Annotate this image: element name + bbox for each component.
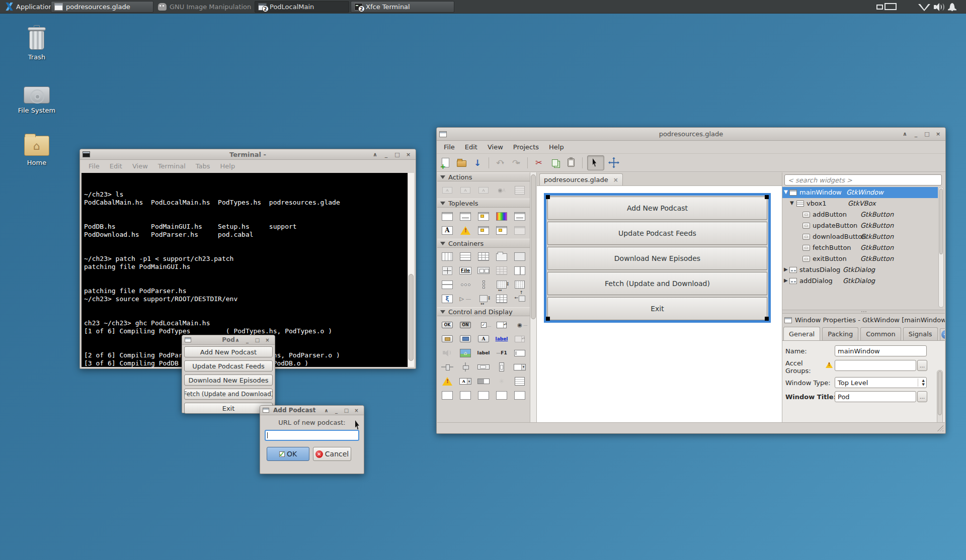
terminal-scrollbar[interactable] <box>408 173 414 367</box>
palette-item-progress-bar[interactable] <box>474 374 493 388</box>
desktop-icon-file-system[interactable]: File System <box>16 86 58 114</box>
palette-item-vbox[interactable] <box>456 249 474 263</box>
update-podcast-feeds-button[interactable]: Update Podcast Feeds <box>184 360 273 371</box>
palette-item-scrolled-window[interactable]: ↕↔ <box>493 277 511 292</box>
maximize-icon[interactable]: □ <box>343 408 350 413</box>
undo-button[interactable]: ↶▾ <box>494 156 507 169</box>
palette-item-clipped-5[interactable] <box>511 388 529 402</box>
wifi-icon[interactable] <box>918 3 930 11</box>
palette-item-button-box[interactable] <box>474 263 493 277</box>
menu-help[interactable]: Help <box>544 142 569 152</box>
palette-item-clipped-2[interactable] <box>456 388 474 402</box>
design-canvas[interactable]: Add New Podcast Update Podcast Feeds Dow… <box>537 186 782 422</box>
palette-item-layout[interactable] <box>493 292 511 306</box>
palette-item-font-dialog[interactable]: A <box>438 223 456 237</box>
redo-button[interactable]: ↷▾ <box>510 156 523 169</box>
palette-item-status-warning[interactable] <box>438 374 456 388</box>
menu-file[interactable]: File <box>439 142 460 152</box>
palette-item-alignment[interactable]: ←↑ <box>511 292 529 306</box>
designed-add-button[interactable]: Add New Podcast <box>547 197 767 220</box>
palette-item-recent-action[interactable] <box>511 183 529 197</box>
properties-vscrollbar[interactable] <box>937 370 943 422</box>
new-project-button[interactable] <box>439 156 452 169</box>
window-title-more-button[interactable]: ... <box>917 391 927 402</box>
palette-item-file-dialog[interactable] <box>511 209 529 223</box>
tree-row-mainwindow[interactable]: ▼ mainWindow GtkWindow <box>782 187 938 198</box>
palette-item-label[interactable]: label <box>474 346 493 360</box>
minimize-icon[interactable]: _ <box>383 151 389 158</box>
maximize-icon[interactable]: □ <box>254 337 261 343</box>
minimize-icon[interactable]: _ <box>244 337 251 343</box>
drag-resize-button[interactable] <box>607 156 620 169</box>
window-type-select[interactable]: Top Level ▲▼ <box>835 377 927 388</box>
palette-item-file-chooser-button[interactable] <box>438 332 456 346</box>
palette-item-combo-box[interactable] <box>511 360 529 374</box>
palette-item-hbox[interactable] <box>438 249 456 263</box>
palette-item-notebook[interactable] <box>493 249 511 263</box>
palette-item-handle-box[interactable]: ξ <box>438 292 456 306</box>
close-icon[interactable]: × <box>264 337 271 343</box>
selection-handle[interactable] <box>765 317 769 321</box>
palette-item-link-button[interactable]: label <box>493 332 511 346</box>
tree-row-updatebutton[interactable]: updateButton GtkButton <box>782 220 938 231</box>
tree-row-adddialog[interactable]: ▶ addDialog GtkDialog <box>782 275 938 287</box>
menu-view[interactable]: View <box>128 161 152 171</box>
selection-handle[interactable] <box>546 317 550 321</box>
maximize-icon[interactable]: □ <box>394 151 400 158</box>
palette-item-check-button[interactable]: ✓ <box>474 318 493 332</box>
palette-item-vbutton-box[interactable] <box>474 277 493 292</box>
close-icon[interactable]: × <box>405 151 412 158</box>
chevron-down-icon[interactable]: ▾ <box>518 160 520 165</box>
taskbar-item-gimp[interactable]: GNU Image Manipulation ... <box>155 1 254 13</box>
tab-common[interactable]: Common <box>860 327 901 340</box>
palette-item-toggle-action[interactable]: A <box>474 183 493 197</box>
menu-file[interactable]: File <box>84 161 104 171</box>
palette-item-radio-button[interactable]: ◉ <box>511 318 529 332</box>
palette-item-hpaned[interactable] <box>511 263 529 277</box>
display-icon[interactable] <box>884 3 897 10</box>
shade-icon[interactable]: ∧ <box>372 151 378 158</box>
notification-bell-icon[interactable] <box>948 3 956 11</box>
palette-item-menubar[interactable]: File <box>456 263 474 277</box>
palette-item-vertical-scrollbar[interactable] <box>493 360 511 374</box>
palette-section-actions[interactable]: Actions <box>437 172 530 181</box>
stepper-icons[interactable]: ▲▼ <box>922 379 925 387</box>
designed-fetch-button[interactable]: Fetch (Update and Download) <box>547 272 767 295</box>
palette-item-action[interactable]: A <box>456 183 474 197</box>
ok-button[interactable]: ✓ OK <box>267 447 309 461</box>
palette-item-font-button[interactable]: A <box>474 332 493 346</box>
cancel-button[interactable]: ✕ Cancel <box>313 447 351 461</box>
palette-item-dialog[interactable] <box>456 209 474 223</box>
palette-item-viewport[interactable] <box>511 277 529 292</box>
volume-icon[interactable] <box>934 3 944 11</box>
palette-item-clipped-4[interactable] <box>493 388 511 402</box>
palette-item-color-dialog[interactable] <box>493 209 511 223</box>
shade-icon[interactable]: ∧ <box>323 408 330 413</box>
palette-item-radio-action[interactable]: ◉A <box>493 183 511 197</box>
expander-closed-icon[interactable]: ▶ <box>784 277 788 283</box>
add-podcast-titlebar[interactable]: Add Podcast ∧ _ □ × <box>260 406 364 415</box>
open-button[interactable] <box>455 156 468 169</box>
name-field[interactable]: mainWindow <box>835 345 927 356</box>
palette-item-toolbar[interactable] <box>493 263 511 277</box>
accel-groups-field[interactable] <box>835 360 916 371</box>
palette-item-aspect-frame[interactable]: ↕↔ <box>474 292 493 306</box>
palette-item-assistant[interactable] <box>511 223 529 237</box>
palette-item-expander[interactable]: ▷ — <box>456 292 474 306</box>
palette-item-spinner[interactable]: ✳ <box>493 374 511 388</box>
url-input[interactable] <box>265 430 359 441</box>
download-new-episodes-button[interactable]: Download New Episodes <box>184 375 273 386</box>
pod-titlebar[interactable]: Pod ∧ _ □ × <box>182 335 275 345</box>
close-icon[interactable]: × <box>935 131 941 137</box>
palette-item-number-entry[interactable] <box>511 332 529 346</box>
panel-splitter[interactable] <box>782 310 945 314</box>
taskbar-item-podlocalmain[interactable]: 2 PodLocalMain <box>255 1 349 13</box>
palette-item-table[interactable] <box>474 249 493 263</box>
tab-signals[interactable]: Signals <box>903 327 938 340</box>
palette-item-toggle-button[interactable]: ON <box>456 318 474 332</box>
palette-item-hbutton-box[interactable] <box>456 277 474 292</box>
glade-titlebar[interactable]: podresources.glade ∧ _ □ × <box>437 128 945 141</box>
palette-item-vertical-scale[interactable] <box>456 360 474 374</box>
widget-search-input[interactable]: < search widgets > <box>784 174 942 185</box>
palette-item-text-view[interactable] <box>511 374 529 388</box>
